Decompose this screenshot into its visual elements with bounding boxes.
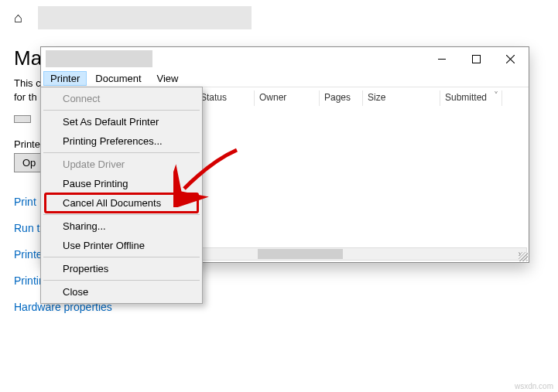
col-pages[interactable]: Pages [320,90,363,106]
menu-separator [43,257,200,257]
close-button[interactable] [493,47,527,70]
menu-separator [43,280,200,281]
desc-line-2: for th [14,91,37,103]
menu-item-use-offline[interactable]: Use Printer Offline [43,236,200,255]
printer-menu-dropdown: Connect Set As Default Printer Printing … [40,87,203,304]
desc-line-1: This c [14,77,41,89]
menu-item-connect: Connect [43,89,200,108]
menubar: Printer Document View [41,70,529,87]
col-status[interactable]: Status [196,90,255,106]
maximize-button[interactable] [459,47,493,70]
menu-item-update-driver: Update Driver [43,155,200,174]
menu-item-close[interactable]: Close [43,282,200,302]
menu-item-sharing[interactable]: Sharing... [43,216,200,236]
menu-separator [43,214,200,215]
obscured-region [38,6,252,29]
resize-grip[interactable] [519,252,528,261]
col-owner[interactable]: Owner [255,90,320,106]
menu-item-properties[interactable]: Properties [43,259,200,278]
minimize-button[interactable] [425,47,459,70]
window-title-obscured [46,50,152,67]
home-icon[interactable]: ⌂ [14,10,22,26]
close-icon [506,55,515,63]
menu-view[interactable]: View [151,72,185,85]
menu-item-pause-printing[interactable]: Pause Printing [43,174,200,193]
menu-item-set-default[interactable]: Set As Default Printer [43,112,200,131]
col-submitted[interactable]: Submitted [440,90,502,106]
settings-button[interactable] [14,115,31,123]
menu-separator [43,110,200,111]
scroll-thumb[interactable] [258,249,343,259]
menu-separator [43,152,200,153]
menu-item-preferences[interactable]: Printing Preferences... [43,131,200,151]
col-size[interactable]: Size [363,90,440,106]
menu-item-cancel-all[interactable]: Cancel All Documents [43,193,200,213]
menu-printer[interactable]: Printer [44,72,86,85]
watermark: wsxdn.com [515,382,553,390]
menu-document[interactable]: Document [89,72,147,85]
